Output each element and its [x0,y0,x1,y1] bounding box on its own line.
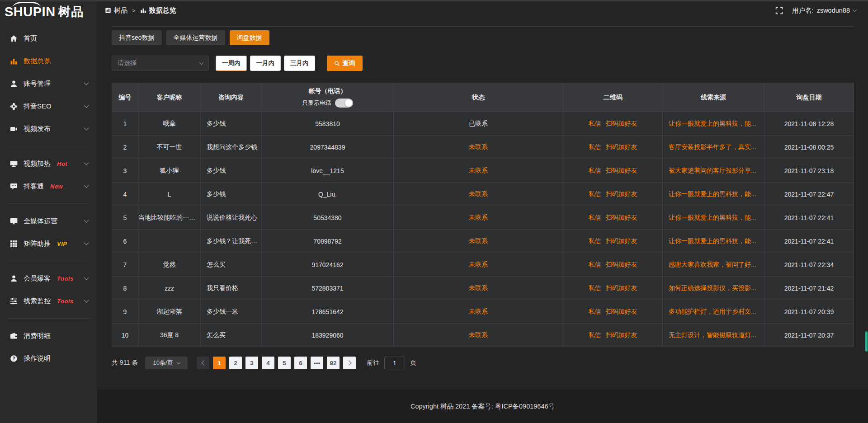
heat-icon [10,160,18,168]
page-button-5[interactable]: 5 [278,357,291,369]
qr-link-scan-add-friend[interactable]: 扫码加好友 [605,261,637,268]
qr-link-scan-add-friend[interactable]: 扫码加好友 [605,237,637,244]
sidebar-divider [7,203,90,204]
range-button-0[interactable]: 一周内 [216,56,247,71]
column-header-0: 编号 [112,83,138,112]
page-button-6[interactable]: 6 [294,357,307,369]
sidebar-item-11[interactable]: 消费明细 [0,324,97,347]
page-button-92[interactable]: 92 [327,357,340,369]
next-page-button[interactable] [343,357,356,369]
sidebar-item-12[interactable]: ? 操作说明 [0,347,97,370]
range-button-2[interactable]: 三月内 [284,56,315,71]
cell-source[interactable]: 多功能护栏灯，适用于乡村文... [663,300,764,324]
table-row: 1 哦章 多少钱 9583810 已联系 私信 扫码加好友 让你一眼就爱上的黑科… [112,112,854,136]
sidebar-item-7[interactable]: 全媒体运营 [0,210,97,232]
search-button[interactable]: 查询 [327,56,363,71]
prev-page-button[interactable] [197,357,209,369]
cell-source[interactable]: 让你一眼就爱上的黑科技，能... [663,112,764,136]
scrollbar-thumb[interactable] [865,331,868,352]
sidebar-item-8[interactable]: 矩阵助推 VIP [0,232,97,255]
tab-2[interactable]: 询盘数据 [230,30,269,45]
fullscreen-icon[interactable] [775,7,783,14]
qr-link-private-message[interactable]: 私信 [589,237,601,244]
cell-content: 多少钱 [201,183,262,206]
data-tabs: 抖音seo数据全媒体运营数据询盘数据 [112,30,854,45]
page-button-3[interactable]: 3 [245,357,258,369]
sidebar-item-label: 数据总览 [24,57,51,66]
tab-0[interactable]: 抖音seo数据 [112,30,162,45]
page-button-4[interactable]: 4 [262,357,274,369]
qr-link-private-message[interactable]: 私信 [589,167,601,174]
cell-source[interactable]: 无主灯设计，智能磁吸轨道灯... [663,324,764,347]
sidebar-item-6[interactable]: 抖客通 New [0,175,97,197]
sidebar-item-0[interactable]: 首页 [0,27,97,50]
user-menu[interactable]: 用户名: zswodun88 [792,6,856,15]
qr-link-private-message[interactable]: 私信 [589,308,601,315]
filter-select[interactable]: 请选择 [112,56,209,71]
qr-link-scan-add-friend[interactable]: 扫码加好友 [605,143,637,150]
page-button-1[interactable]: 1 [213,357,226,369]
qr-link-scan-add-friend[interactable]: 扫码加好友 [605,190,637,197]
sidebar-item-4[interactable]: 视频发布 [0,118,97,140]
qr-link-scan-add-friend[interactable]: 扫码加好友 [605,167,637,174]
qr-link-scan-add-friend[interactable]: 扫码加好友 [605,120,637,127]
cell-date: 2021-11-07 23:18 [764,159,854,183]
table-row: 7 觉然 怎么买 917024162 未联系 私信 扫码加好友 感谢大家喜欢我家… [112,253,854,277]
sidebar-item-10[interactable]: 线索监控 Tools [0,290,97,312]
qr-link-scan-add-friend[interactable]: 扫码加好友 [605,308,637,315]
cell-status: 未联系 [394,159,563,183]
phone-only-toggle[interactable] [335,99,353,108]
page-size-select[interactable]: 10条/页 [145,357,188,369]
cell-source[interactable]: 被大家追着问的客厅投影分享... [663,159,764,183]
cell-id: 1 [112,112,138,136]
tab-1[interactable]: 全媒体运营数据 [166,30,225,45]
qr-link-private-message[interactable]: 私信 [589,143,601,150]
range-button-1[interactable]: 一月内 [250,56,281,71]
qr-link-scan-add-friend[interactable]: 扫码加好友 [605,214,637,221]
sidebar-divider [7,261,90,261]
qr-link-scan-add-friend[interactable]: 扫码加好友 [605,331,637,338]
cell-qr: 私信 扫码加好友 [563,159,663,183]
cell-date: 2021-11-07 20:39 [764,300,854,324]
page-buttons: 123456•••92 [211,357,341,369]
cell-nickname: 哦章 [138,112,201,136]
cell-nickname [138,230,201,253]
chevron-left-icon [201,360,206,365]
sidebar-item-1[interactable]: 数据总览 [0,50,97,72]
breadcrumb-item-0[interactable]: 树品 [105,6,127,15]
sidebar-item-badge: VIP [57,240,67,247]
qr-link-private-message[interactable]: 私信 [589,190,601,197]
cell-source[interactable]: 感谢大家喜欢我家，被问了好... [663,253,764,277]
cell-status: 未联系 [394,183,563,206]
pagination-total: 共 911 条 [112,359,138,367]
qr-link-private-message[interactable]: 私信 [589,284,601,291]
sidebar-item-3[interactable]: 抖音SEO [0,95,97,118]
qr-link-private-message[interactable]: 私信 [589,331,601,338]
sidebar-item-badge: Hot [57,160,67,167]
cell-source[interactable]: 如何正确选择投影仪，买投影... [663,277,764,300]
sidebar-item-label: 首页 [24,34,37,43]
sidebar-item-5[interactable]: 视频加热 Hot [0,152,97,175]
cell-source[interactable]: 让你一眼就爱上的黑科技，能... [663,183,764,206]
cell-qr: 私信 扫码加好友 [563,112,663,136]
breadcrumb-item-1[interactable]: 数据总览 [140,6,176,15]
table-row: 10 36度 8 怎么买 183929060 未联系 私信 扫码加好友 无主灯设… [112,324,854,347]
qr-link-private-message[interactable]: 私信 [589,261,601,268]
page-button-2[interactable]: 2 [229,357,242,369]
cell-date: 2021-11-08 00:25 [764,136,854,159]
cell-source[interactable]: 让你一眼就爱上的黑科技，能... [663,206,764,230]
qr-link-private-message[interactable]: 私信 [589,120,601,127]
sidebar-item-2[interactable]: 账号管理 [0,72,97,95]
cell-status: 未联系 [394,136,563,159]
cell-source[interactable]: 客厅安装投影半年多了，真实... [663,136,764,159]
sliders-icon [10,297,18,305]
cell-date: 2021-11-07 20:37 [764,324,854,347]
sidebar-item-label: 线索监控 [24,297,51,306]
goto-page-input[interactable] [384,357,405,369]
cell-source[interactable]: 让你一眼就爱上的黑科技，能... [663,230,764,253]
cell-account: 9583810 [262,112,394,136]
qr-link-scan-add-friend[interactable]: 扫码加好友 [605,284,637,291]
page-ellipsis[interactable]: ••• [311,357,323,369]
sidebar-item-9[interactable]: 会员爆客 Tools [0,267,97,290]
qr-link-private-message[interactable]: 私信 [589,214,601,221]
